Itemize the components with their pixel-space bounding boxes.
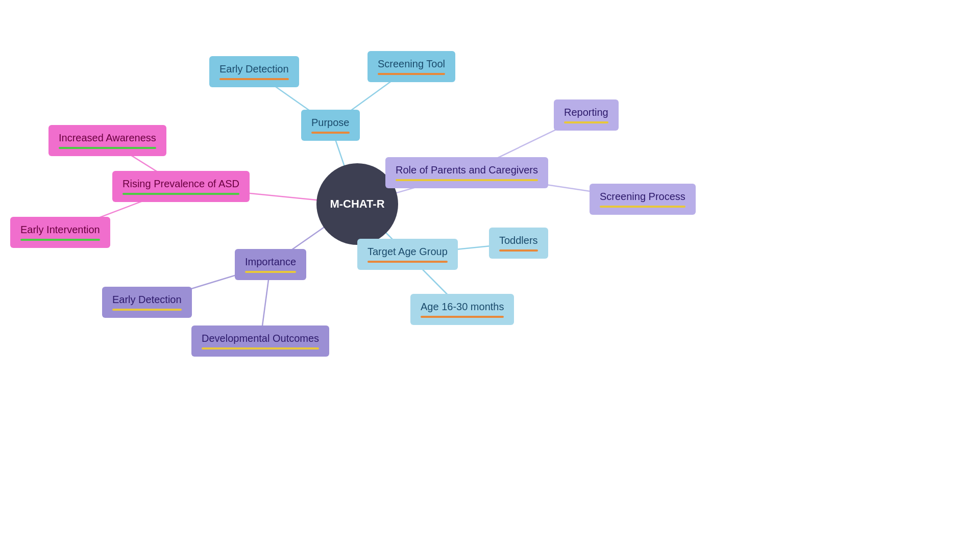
node-rising-prevalence: Rising Prevalence of ASD	[112, 171, 250, 202]
node-reporting-label: Reporting	[564, 107, 608, 118]
node-age-1630-label: Age 16-30 months	[421, 301, 504, 312]
node-reporting: Reporting	[554, 99, 619, 131]
node-early-detection-bottom: Early Detection	[102, 287, 192, 318]
node-screening-tool-label: Screening Tool	[378, 58, 445, 69]
node-age-1630: Age 16-30 months	[410, 294, 514, 325]
node-role-parents-label: Role of Parents and Caregivers	[396, 164, 538, 176]
node-increased-awareness: Increased Awareness	[48, 125, 166, 156]
node-developmental-outcomes: Developmental Outcomes	[191, 325, 329, 357]
node-increased-awareness-label: Increased Awareness	[59, 132, 156, 143]
node-screening-tool: Screening Tool	[368, 51, 455, 82]
node-screening-process: Screening Process	[590, 184, 696, 215]
node-purpose-label: Purpose	[311, 117, 350, 128]
node-early-detection-top-label: Early Detection	[219, 63, 289, 74]
node-purpose: Purpose	[301, 110, 360, 141]
node-screening-process-label: Screening Process	[600, 191, 685, 202]
node-role-parents: Role of Parents and Caregivers	[385, 157, 548, 188]
center-label: M-CHAT-R	[330, 197, 384, 211]
node-developmental-outcomes-label: Developmental Outcomes	[202, 333, 319, 344]
node-target-age-group-label: Target Age Group	[368, 246, 448, 257]
node-early-intervention-label: Early Intervention	[20, 224, 100, 235]
node-importance-label: Importance	[245, 256, 296, 267]
node-early-intervention: Early Intervention	[10, 217, 110, 248]
node-toddlers-label: Toddlers	[499, 235, 538, 246]
node-target-age-group: Target Age Group	[357, 239, 458, 270]
node-early-detection-top: Early Detection	[209, 56, 299, 87]
node-rising-prevalence-label: Rising Prevalence of ASD	[122, 178, 239, 189]
node-importance: Importance	[235, 249, 306, 280]
node-toddlers: Toddlers	[489, 228, 548, 259]
node-early-detection-bottom-label: Early Detection	[112, 294, 182, 305]
